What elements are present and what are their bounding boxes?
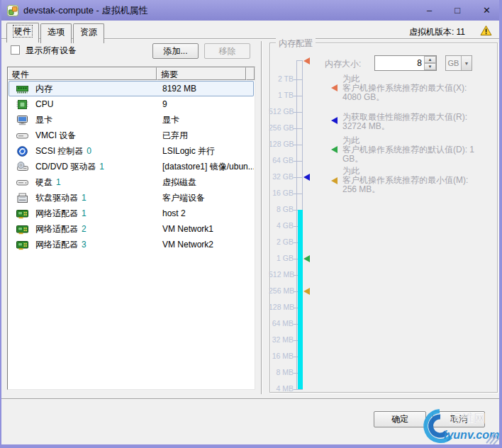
tick-label: 32 GB	[269, 172, 294, 181]
memory-config-group: 内存配置 内存大小: 8 ▲ ▼ GB ▼	[269, 43, 498, 393]
device-name: VMCI 设备	[35, 130, 76, 142]
column-header-summary[interactable]: 摘要	[157, 67, 246, 80]
device-summary: 显卡	[157, 114, 254, 126]
column-header-spacer	[246, 67, 255, 80]
tick-label: 64 GB	[269, 156, 294, 165]
device-name: 显卡	[35, 114, 52, 126]
vm-version-label: 虚拟机版本: 11	[409, 26, 465, 38]
memory-size-value[interactable]: 8	[375, 58, 424, 68]
memory-unit-value: GB	[446, 56, 461, 70]
device-summary: LSILogic 并行	[157, 145, 254, 157]
table-row-floppy-drive[interactable]: 软盘驱动器1 客户端设备	[9, 190, 254, 206]
device-name: 硬盘	[35, 177, 52, 189]
close-button[interactable]: ✕	[483, 6, 491, 15]
remove-device-button[interactable]: 移除	[204, 43, 250, 59]
memory-unit-select[interactable]: GB ▼	[445, 55, 472, 71]
device-number: 1	[99, 162, 104, 172]
memory-icon	[16, 84, 29, 94]
tick-label: 16 MB	[269, 352, 294, 361]
tick-label: 512 GB	[269, 107, 294, 116]
table-row-network-adapter-1[interactable]: 网络适配器1 host 2	[9, 206, 254, 221]
note-max-recommended: 为此 客户机操作系统推荐的最大值(X): 4080 GB。	[342, 74, 490, 102]
tick-label: 4 MB	[269, 384, 294, 393]
tick-label: 16 GB	[269, 189, 294, 198]
cd-dvd-icon	[16, 162, 29, 172]
tab-hardware[interactable]: 硬件	[6, 23, 39, 43]
table-row-vmci[interactable]: VMCI 设备 已弃用	[9, 128, 254, 143]
window-title: devstak-compute - 虚拟机属性	[23, 4, 148, 17]
tick-label: 1 GB	[269, 254, 294, 263]
device-summary: 9	[157, 99, 254, 109]
tab-options[interactable]: 选项	[40, 23, 72, 43]
device-summary: VM Network1	[157, 224, 254, 234]
table-row-network-adapter-2[interactable]: 网络适配器2 VM Network1	[9, 221, 254, 237]
note-best-performance: 为获取最佳性能推荐的最大值(R): 32724 MB。	[342, 113, 490, 131]
scsi-controller-icon	[16, 146, 29, 157]
tick-label: 256 MB	[269, 286, 294, 296]
tick-label: 4 GB	[269, 221, 294, 230]
spin-down-button[interactable]: ▼	[424, 63, 436, 70]
add-device-button[interactable]: 添加...	[152, 43, 199, 59]
combo-arrow-icon[interactable]: ▼	[461, 56, 472, 70]
titlebar: devstak-compute - 虚拟机属性 – □ ✕	[1, 0, 499, 21]
device-number: 1	[82, 208, 87, 218]
default-recommended-marker	[303, 255, 310, 262]
note-min-recommended: 为此 客户机操作系统推荐的最小值(M): 256 MB。	[342, 167, 490, 194]
device-name: 软盘驱动器	[35, 192, 78, 204]
best-performance-legend-icon	[331, 117, 338, 124]
cancel-button[interactable]: 取消	[433, 411, 485, 427]
spin-up-button[interactable]: ▲	[424, 56, 436, 63]
note-default-recommended: 为此 客户机操作系统推荐的默认值(D): 1 GB。	[342, 136, 490, 164]
show-all-devices-label: 显示所有设备	[26, 45, 77, 57]
ok-button[interactable]: 确定	[374, 411, 426, 427]
vm-properties-dialog: devstak-compute - 虚拟机属性 – □ ✕ 硬件 选项 资源 虚…	[0, 0, 502, 448]
cpu-icon	[16, 99, 29, 110]
memory-slider-fill	[298, 210, 303, 389]
device-name: CD/DVD 驱动器	[35, 161, 96, 173]
tick-label: 256 GB	[269, 123, 294, 133]
tab-resources[interactable]: 资源	[73, 23, 104, 43]
tick-label: 1 TB	[269, 91, 294, 100]
panel-divider	[261, 41, 262, 394]
device-number: 3	[82, 240, 87, 250]
minimize-button[interactable]: –	[427, 6, 432, 15]
show-all-devices-checkbox[interactable]	[11, 45, 20, 55]
network-adapter-icon	[16, 208, 29, 219]
maximize-button[interactable]: □	[454, 6, 460, 15]
tick-label: 128 MB	[269, 303, 294, 312]
table-row-cpu[interactable]: CPU 9	[9, 96, 254, 112]
device-summary: VM Network2	[157, 240, 254, 250]
memory-size-spinner[interactable]: 8 ▲ ▼	[374, 55, 437, 71]
watermark-site-url: iyunv.com	[444, 429, 499, 441]
device-summary: 虚拟磁盘	[157, 177, 254, 189]
footer-divider	[1, 398, 502, 400]
table-row-video-card[interactable]: 显卡 显卡	[9, 112, 254, 128]
table-row-memory[interactable]: 内存 8192 MB	[9, 81, 254, 96]
table-row-network-adapter-3[interactable]: 网络适配器3 VM Network2	[9, 237, 254, 252]
floppy-drive-icon	[16, 193, 29, 203]
tick-label: 512 MB	[269, 270, 294, 279]
table-row-hard-disk[interactable]: 硬盘1 虚拟磁盘	[9, 174, 254, 190]
hardware-table-header: 硬件 摘要	[8, 67, 255, 80]
memory-config-title: 内存配置	[276, 38, 316, 50]
device-summary: 已弃用	[157, 130, 254, 142]
column-header-hardware[interactable]: 硬件	[8, 67, 157, 80]
app-icon	[7, 5, 18, 16]
device-name: 网络适配器	[35, 223, 78, 235]
min-recommended-marker	[303, 288, 310, 295]
device-name: CPU	[35, 99, 53, 109]
tick-label: 64 MB	[269, 319, 294, 328]
table-row-scsi-controller[interactable]: SCSI 控制器0 LSILogic 并行	[9, 143, 254, 159]
device-summary: 8192 MB	[157, 84, 254, 94]
memory-size-label: 内存大小:	[325, 58, 361, 70]
best-performance-marker	[303, 174, 310, 181]
device-summary: [datastore1] 镜像/ubun...	[157, 161, 254, 173]
video-card-icon	[16, 115, 29, 125]
max-recommended-marker	[303, 57, 310, 65]
table-row-cddvd-drive[interactable]: CD/DVD 驱动器1 [datastore1] 镜像/ubun...	[9, 159, 254, 174]
device-name: 网络适配器	[35, 239, 78, 251]
hard-disk-icon	[16, 177, 29, 188]
tick-label: 32 MB	[269, 335, 294, 345]
tick-label: 8 GB	[269, 205, 294, 214]
device-number: 1	[56, 177, 61, 187]
